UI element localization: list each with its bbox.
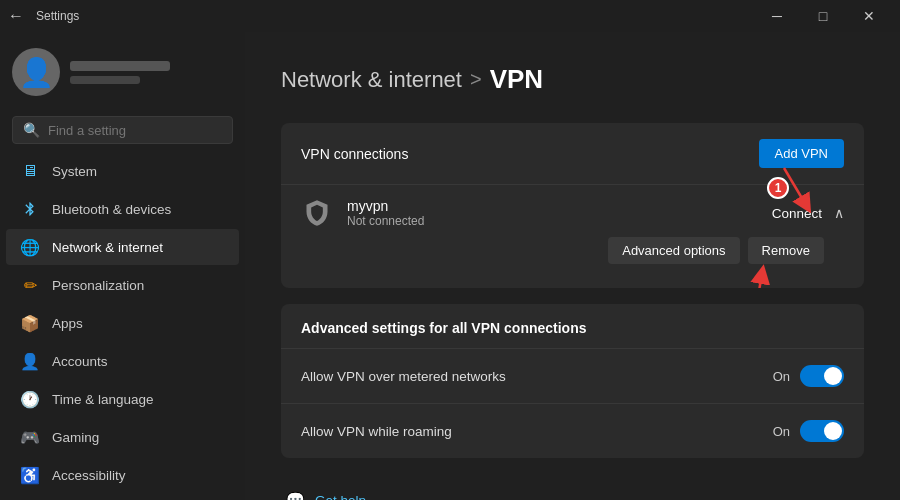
breadcrumb-current: VPN <box>490 64 543 95</box>
get-help-icon: 💬 <box>285 490 305 500</box>
sidebar-item-label-accounts: Accounts <box>52 354 108 369</box>
allow-roaming-label: Allow VPN while roaming <box>301 424 452 439</box>
vpn-item-left: myvpn Not connected <box>301 197 424 229</box>
sidebar-item-network[interactable]: 🌐 Network & internet <box>6 229 239 265</box>
allow-roaming-row: Allow VPN while roaming On <box>281 403 864 458</box>
advanced-options-button[interactable]: Advanced options <box>608 237 739 264</box>
vpn-item-right: 1 Connect ∧ <box>772 205 844 221</box>
time-icon: 🕐 <box>20 389 40 409</box>
minimize-button[interactable]: ─ <box>754 0 800 32</box>
sidebar: 👤 🔍 🖥 System Bluetooth & devices 🌐 Netw <box>0 32 245 500</box>
sidebar-item-system[interactable]: 🖥 System <box>6 153 239 189</box>
sidebar-item-personalization[interactable]: ✏ Personalization <box>6 267 239 303</box>
avatar: 👤 <box>12 48 60 96</box>
vpn-connections-title: VPN connections <box>301 146 408 162</box>
app-body: 👤 🔍 🖥 System Bluetooth & devices 🌐 Netw <box>0 32 900 500</box>
svg-line-1 <box>754 274 762 288</box>
allow-metered-row: Allow VPN over metered networks On <box>281 348 864 403</box>
expand-chevron-button[interactable]: ∧ <box>834 205 844 221</box>
allow-roaming-state: On <box>773 424 790 439</box>
sidebar-item-gaming[interactable]: 🎮 Gaming <box>6 419 239 455</box>
vpn-item-myvpn: myvpn Not connected 1 <box>281 184 864 288</box>
get-help-link[interactable]: 💬 Get help <box>285 490 860 500</box>
vpn-name: myvpn <box>347 198 424 214</box>
annotation-badge-1: 1 <box>767 177 789 199</box>
allow-metered-toggle[interactable] <box>800 365 844 387</box>
sidebar-item-label-gaming: Gaming <box>52 430 99 445</box>
vpn-shield-icon <box>301 197 333 229</box>
add-vpn-button[interactable]: Add VPN <box>759 139 844 168</box>
vpn-info: myvpn Not connected <box>347 198 424 228</box>
app-title: Settings <box>36 9 79 23</box>
get-help-label: Get help <box>315 493 366 501</box>
personalization-icon: ✏ <box>20 275 40 295</box>
sidebar-item-label-network: Network & internet <box>52 240 163 255</box>
vpn-connections-header: VPN connections Add VPN <box>281 123 864 184</box>
sidebar-item-accessibility[interactable]: ♿ Accessibility <box>6 457 239 493</box>
sidebar-item-privacy[interactable]: 🔒 Privacy & security <box>6 495 239 500</box>
breadcrumb-separator: > <box>470 68 482 91</box>
vpn-connections-card: VPN connections Add VPN myvpn Not co <box>281 123 864 288</box>
allow-roaming-control: On <box>773 420 844 442</box>
main-content: Network & internet > VPN VPN connections… <box>245 32 900 500</box>
vpn-actions: 2 Advanced options Remove <box>301 229 844 276</box>
system-icon: 🖥 <box>20 161 40 181</box>
maximize-button[interactable]: □ <box>800 0 846 32</box>
apps-icon: 📦 <box>20 313 40 333</box>
connect-button[interactable]: Connect <box>772 206 822 221</box>
allow-metered-control: On <box>773 365 844 387</box>
remove-button[interactable]: Remove <box>748 237 824 264</box>
sidebar-item-bluetooth[interactable]: Bluetooth & devices <box>6 191 239 227</box>
breadcrumb-parent: Network & internet <box>281 67 462 93</box>
gaming-icon: 🎮 <box>20 427 40 447</box>
sidebar-item-time[interactable]: 🕐 Time & language <box>6 381 239 417</box>
user-avatar-section: 👤 <box>0 40 245 104</box>
sidebar-item-label-bluetooth: Bluetooth & devices <box>52 202 171 217</box>
title-bar: ← Settings ─ □ ✕ <box>0 0 900 32</box>
sidebar-item-accounts[interactable]: 👤 Accounts <box>6 343 239 379</box>
sidebar-item-label-time: Time & language <box>52 392 154 407</box>
vpn-status: Not connected <box>347 214 424 228</box>
advanced-settings-title: Advanced settings for all VPN connection… <box>281 304 864 348</box>
accounts-icon: 👤 <box>20 351 40 371</box>
allow-roaming-toggle[interactable] <box>800 420 844 442</box>
annotation-arrow-2 <box>724 264 784 288</box>
window-controls: ─ □ ✕ <box>754 0 892 32</box>
close-button[interactable]: ✕ <box>846 0 892 32</box>
advanced-settings-card: Advanced settings for all VPN connection… <box>281 304 864 458</box>
sidebar-item-label-apps: Apps <box>52 316 83 331</box>
sidebar-item-apps[interactable]: 📦 Apps <box>6 305 239 341</box>
search-box[interactable]: 🔍 <box>12 116 233 144</box>
title-bar-left: ← Settings <box>8 7 79 25</box>
search-icon: 🔍 <box>23 122 40 138</box>
network-icon: 🌐 <box>20 237 40 257</box>
avatar-subtitle <box>70 76 140 84</box>
bluetooth-icon <box>20 199 40 219</box>
avatar-name <box>70 61 170 71</box>
back-button[interactable]: ← <box>8 7 24 25</box>
allow-metered-label: Allow VPN over metered networks <box>301 369 506 384</box>
help-section: 💬 Get help 📢 Give feedback <box>281 474 864 500</box>
sidebar-item-label-personalization: Personalization <box>52 278 144 293</box>
accessibility-icon: ♿ <box>20 465 40 485</box>
vpn-item-row: myvpn Not connected 1 <box>301 197 844 229</box>
breadcrumb: Network & internet > VPN <box>281 64 864 95</box>
sidebar-item-label-accessibility: Accessibility <box>52 468 126 483</box>
avatar-text <box>70 61 233 84</box>
search-input[interactable] <box>48 123 222 138</box>
sidebar-item-label-system: System <box>52 164 97 179</box>
allow-metered-state: On <box>773 369 790 384</box>
